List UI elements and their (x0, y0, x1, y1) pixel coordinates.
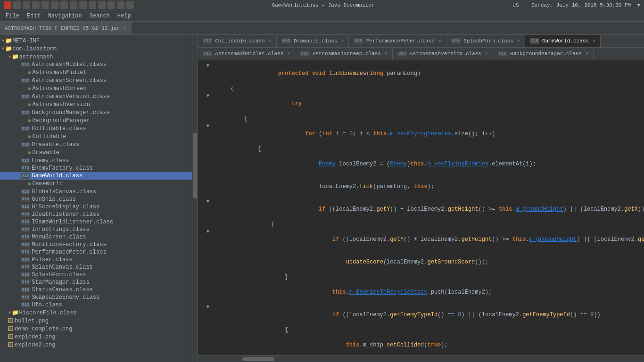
fold-button[interactable]: ▼ (206, 62, 212, 70)
tree-item-0[interactable]: ▼📁META-INF (0, 37, 198, 45)
tab-icon-astrosmashmidlet: 010 (203, 51, 212, 57)
menu-file[interactable]: File (2, 12, 23, 20)
tab-close-astrosmashscreen[interactable]: × (385, 51, 388, 57)
tree-item-20[interactable]: 010GunShip.class (0, 196, 198, 203)
tree-item-3[interactable]: 010AstrosmashMidlet.class (0, 61, 198, 68)
system-bar-left (4, 1, 134, 9)
line-content: { (215, 85, 644, 92)
project-tab-close[interactable]: × (124, 25, 126, 31)
tab-splashform[interactable]: 010 SplashForm.class × (446, 35, 525, 47)
menu-edit[interactable]: Edit (23, 12, 44, 20)
tab-collidable[interactable]: 010 Collidable.class × (198, 35, 277, 47)
fold-button[interactable]: ▼ (206, 228, 212, 236)
fold-button[interactable]: ▼ (206, 92, 212, 100)
bottom-scrollbar[interactable] (198, 355, 644, 362)
tree-item-15[interactable]: 010Enemy.class (0, 157, 198, 165)
tree-item-8[interactable]: ●AstrosmashVersion (0, 100, 198, 109)
tab-close-drawable[interactable]: × (341, 39, 344, 44)
tree-item-12[interactable]: ●Collidable (0, 132, 198, 141)
tab-label-performancemeter: PerformanceMeter.class (366, 38, 435, 44)
tree-item-27[interactable]: 010PerformanceMeter.class (0, 248, 198, 256)
tab-drawable[interactable]: 010 Drawable.class × (277, 35, 349, 47)
tab-close-collidable[interactable]: × (269, 39, 272, 44)
tab-icon-astrosmashversion: 010 (397, 51, 407, 57)
tree-item-9[interactable]: 010BackgroundManager.class (0, 109, 198, 116)
project-tab-label: ASTROSMASH_T720_F_ENFRES_05_02_33.jar (5, 25, 120, 31)
tree-item-21[interactable]: 010HiScoreDisplay.class (0, 203, 198, 211)
tree-item-22[interactable]: 010IDeathListener.class (0, 211, 198, 218)
tree-item-1[interactable]: ▼📁com.lavastorm (0, 45, 198, 53)
tab-astrosmashversion[interactable]: 010 AstrosmashVersion.class × (393, 48, 493, 60)
tab-backgroundmanager[interactable]: 010 BackgroundManager.class × (493, 48, 594, 60)
tree-item-37[interactable]: 🖼demo_complete.png (0, 325, 198, 333)
tree-item-29[interactable]: 010SplashCanvas.class (0, 263, 198, 271)
tree-item-23[interactable]: 010IGameWorldListener.class (0, 218, 198, 226)
tree-item-19[interactable]: 010GlobalsCanvas.class (0, 188, 198, 196)
app-icon-5 (41, 1, 49, 9)
tree-item-32[interactable]: 010StatusCanvas.class (0, 286, 198, 294)
tree-item-24[interactable]: 010InfoStrings.class (0, 226, 198, 233)
app-icon-6 (51, 1, 58, 9)
tree-item-30[interactable]: 010SplashForm.class (0, 271, 198, 279)
tree-item-11[interactable]: 010Collidable.class (0, 125, 198, 132)
tree-item-5[interactable]: 010AstrosmashScreen.class (0, 77, 198, 84)
fold-button[interactable]: ▼ (206, 304, 212, 311)
tree-item-14[interactable]: ●Drawable (0, 148, 198, 157)
project-tab[interactable]: ASTROSMASH_T720_F_ENFRES_05_02_33.jar × (0, 22, 132, 35)
tree-item-4[interactable]: ●AstrosmashMidlet (0, 68, 198, 77)
tree-item-31[interactable]: 010StarManager.class (0, 279, 198, 286)
tab-close-backgroundmanager[interactable]: × (586, 51, 588, 57)
tree-label: GlobalsCanvas.class (32, 189, 96, 195)
line-content: { (215, 115, 644, 123)
tree-item-7[interactable]: 010AstrosmashVersion.class (0, 93, 198, 100)
tab-icon-collidable: 010 (203, 38, 212, 44)
datetime: US Sunday, July 10, 2016 5:38:30 PM ▼ (512, 2, 640, 8)
class-icon: 010 (21, 165, 30, 171)
tree-item-38[interactable]: 🖼explode1.png (0, 333, 198, 341)
fold-button[interactable]: ▼ (206, 198, 212, 206)
tree-item-28[interactable]: 010Pulser.class (0, 256, 198, 263)
tab-close-performancemeter[interactable]: × (438, 39, 441, 44)
tree-item-6[interactable]: ●AstrosmashScreen (0, 84, 198, 93)
locale-label: US (512, 2, 519, 8)
sidebar: ▼📁META-INF▼📁com.lavastorm▼📁astrosmash010… (0, 35, 198, 362)
tree-item-17[interactable]: 010GameWorld.class (0, 172, 198, 180)
menu-search[interactable]: Search (86, 12, 114, 20)
folder-icon: 📁 (12, 309, 19, 316)
tree-item-18[interactable]: ●GameWorld (0, 180, 198, 188)
code-line: { (198, 326, 644, 334)
tab-close-astrosmashmidlet[interactable]: × (287, 51, 290, 57)
tab-gameworld[interactable]: 010 GameWorld.class × (525, 35, 601, 47)
tab-close-gameworld[interactable]: × (593, 39, 595, 44)
tree-item-2[interactable]: ▼📁astrosmash (0, 53, 198, 61)
tab-astrosmashmidlet[interactable]: 010 AstrosmashMidlet.class × (198, 48, 295, 60)
class-icon: 010 (21, 295, 30, 300)
content-area: ▼📁META-INF▼📁com.lavastorm▼📁astrosmash010… (0, 35, 644, 362)
tab-close-splashform[interactable]: × (517, 39, 520, 44)
tree-item-36[interactable]: 🖼bullet.png (0, 317, 198, 325)
tree-item-13[interactable]: 010Drawable.class (0, 141, 198, 148)
folder-icon: 📁 (5, 45, 12, 52)
line-content: protected void tickEnemies(long paramLon… (215, 62, 644, 85)
tree-item-10[interactable]: ●BackgroundManager (0, 116, 198, 125)
tree-item-34[interactable]: 010Ufo.class (0, 301, 198, 309)
tab-astrosmashscreen[interactable]: 010 AstrosmashScreen.class × (295, 48, 392, 60)
line-content: localEnemy2.tick(paramLong, this); (215, 175, 644, 198)
tree-label: Collidable.class (32, 125, 86, 132)
tab-performancemeter[interactable]: 010 PerformanceMeter.class × (349, 35, 446, 47)
menu-navigation[interactable]: Navigation (44, 12, 86, 20)
tree-item-25[interactable]: 010MenuScreen.class (0, 233, 198, 241)
code-editor[interactable]: ▼ protected void tickEnemies(long paramL… (198, 60, 644, 355)
class-icon: 010 (21, 189, 30, 195)
app-icon-2 (13, 1, 21, 9)
sidebar-tree[interactable]: ▼📁META-INF▼📁com.lavastorm▼📁astrosmash010… (0, 35, 198, 351)
editor-area: 010 Collidable.class × 010 Drawable.clas… (198, 35, 644, 362)
tree-item-16[interactable]: 010EnemyFactory.class (0, 165, 198, 172)
tab-close-astrosmashversion[interactable]: × (485, 51, 488, 57)
tree-item-35[interactable]: ▼📁HiscoreFile.class (0, 309, 198, 317)
tree-item-26[interactable]: 010MunitionsFactory.class (0, 241, 198, 248)
fold-button[interactable]: ▼ (206, 123, 212, 130)
tree-item-33[interactable]: 010SwappableEnemy.class (0, 294, 198, 301)
menu-help[interactable]: Help (114, 12, 135, 20)
tree-item-39[interactable]: 🖼explode2.png (0, 341, 198, 349)
